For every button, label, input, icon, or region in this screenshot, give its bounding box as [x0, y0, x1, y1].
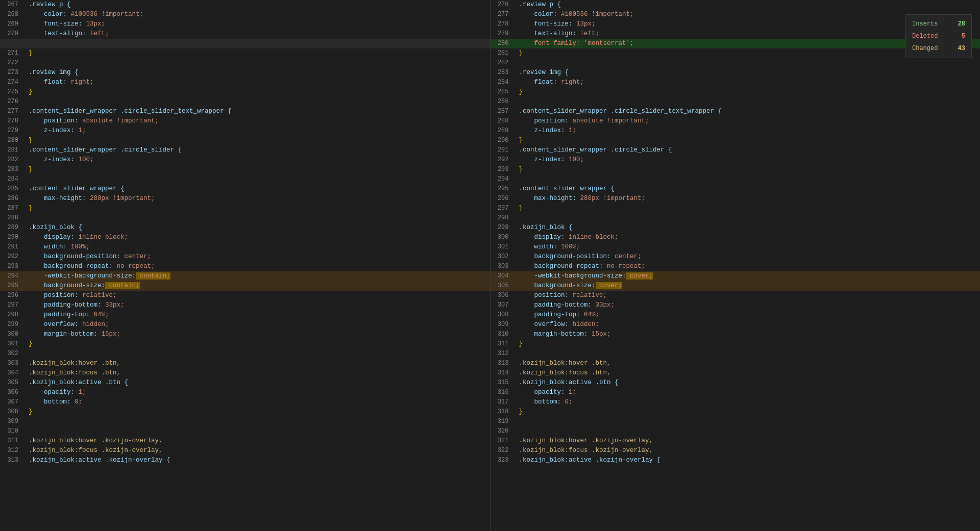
table-row: 297}	[491, 204, 981, 213]
table-row: 297 padding-bottom: 33px;	[0, 300, 490, 310]
line-content: color: #100536 !important;	[24, 10, 490, 19]
line-content: }	[24, 407, 490, 417]
line-content	[515, 349, 981, 359]
line-number: 310	[491, 330, 515, 339]
line-content: .kozijn_blok:hover .btn,	[24, 359, 490, 368]
line-content: z-index: 1;	[24, 126, 490, 136]
line-content: .kozijn_blok:focus .btn,	[24, 368, 490, 378]
line-number: 285	[491, 87, 515, 97]
line-number: 305	[0, 378, 24, 388]
table-row: 300 margin-bottom: 15px;	[0, 330, 490, 339]
line-number: 299	[491, 223, 515, 233]
table-row	[0, 39, 490, 48]
table-row: 305.kozijn_blok:active .btn {	[0, 378, 490, 388]
table-row: 314.kozijn_blok:focus .btn,	[491, 368, 981, 378]
table-row: 300 display: inline-block;	[491, 233, 981, 242]
line-number: 295	[0, 281, 24, 291]
table-row: 276.review p {	[491, 0, 981, 10]
line-number: 292	[491, 155, 515, 165]
line-content: .kozijn_blok:active .kozijn-overlay {	[24, 456, 490, 465]
line-content: .content_slider_wrapper .circle_slider {	[515, 145, 981, 155]
table-row: 290}	[491, 136, 981, 145]
line-number: 289	[491, 126, 515, 136]
table-row: 309 overflow: hidden;	[491, 320, 981, 330]
table-row: 286 max-height: 280px !important;	[0, 194, 490, 204]
line-number: 285	[0, 184, 24, 194]
table-row: 289.kozijn_blok {	[0, 223, 490, 233]
line-content: background-size: contain;	[24, 281, 490, 291]
line-number: 281	[491, 48, 515, 58]
changed-count: 43	[958, 45, 965, 52]
line-content: }	[515, 339, 981, 349]
right-pane: 276.review p {277 color: #100536 !import…	[491, 0, 981, 531]
table-row: 268 color: #100536 !important;	[0, 10, 490, 19]
line-content: display: inline-block;	[24, 233, 490, 242]
line-number: 292	[0, 252, 24, 262]
line-content: .kozijn_blok {	[24, 223, 490, 233]
line-content	[24, 174, 490, 184]
line-number: 294	[0, 271, 24, 281]
line-content: background-position: center;	[24, 252, 490, 262]
table-row: 293 background-repeat: no-repeat;	[0, 262, 490, 271]
line-number: 307	[0, 397, 24, 407]
line-content: opacity: 1;	[515, 388, 981, 397]
line-content: bottom: 0;	[24, 397, 490, 407]
line-content: .kozijn_blok:active .btn {	[515, 378, 981, 388]
line-number: 321	[491, 436, 515, 446]
line-number: 280	[491, 39, 515, 48]
line-number: 291	[0, 242, 24, 252]
line-content: background-repeat: no-repeat;	[24, 262, 490, 271]
line-content: .kozijn_blok:active .kozijn-overlay {	[515, 456, 981, 465]
table-row: 295 background-size: contain;	[0, 281, 490, 291]
line-content	[24, 417, 490, 426]
line-number: 302	[0, 349, 24, 359]
table-row: 318}	[491, 407, 981, 417]
line-number: 302	[491, 252, 515, 262]
line-content: max-height: 280px !important;	[515, 194, 981, 204]
line-number: 288	[491, 116, 515, 126]
line-content: margin-bottom: 15px;	[515, 330, 981, 339]
line-content: .content_slider_wrapper .circle_slider {	[24, 145, 490, 155]
line-content	[515, 417, 981, 426]
line-number: 293	[0, 262, 24, 271]
table-row: 267.review p {	[0, 0, 490, 10]
line-number: 312	[0, 446, 24, 456]
table-row: 313.kozijn_blok:active .kozijn-overlay {	[0, 456, 490, 465]
line-number: 297	[491, 204, 515, 213]
inserted-count: 28	[958, 20, 965, 28]
table-row: 285}	[491, 87, 981, 97]
left-pane: 267.review p {268 color: #100536 !import…	[0, 0, 491, 531]
table-row: 307 padding-bottom: 33px;	[491, 300, 981, 310]
line-content: .kozijn_blok:hover .kozijn-overlay,	[515, 436, 981, 446]
line-content: z-index: 100;	[24, 155, 490, 165]
line-content: float: right;	[515, 78, 981, 87]
line-number: 286	[0, 194, 24, 204]
line-content: .review p {	[24, 0, 490, 10]
summary-changed-row: Changed 43	[912, 42, 965, 55]
line-number: 307	[491, 300, 515, 310]
line-content: }	[515, 407, 981, 417]
line-number: 308	[491, 310, 515, 320]
line-content: }	[24, 136, 490, 145]
line-number: 323	[491, 456, 515, 465]
table-row: 316 opacity: 1;	[491, 388, 981, 397]
line-number: 318	[491, 407, 515, 417]
table-row: 317 bottom: 0;	[491, 397, 981, 407]
table-row: 287.content_slider_wrapper .circle_slide…	[491, 107, 981, 116]
table-row: 298 padding-top: 64%;	[0, 310, 490, 320]
line-content: padding-top: 64%;	[515, 310, 981, 320]
line-number: 277	[491, 10, 515, 19]
table-row: 295.content_slider_wrapper {	[491, 184, 981, 194]
line-number	[0, 39, 24, 48]
line-number: 306	[491, 291, 515, 300]
line-content: }	[24, 165, 490, 174]
line-number: 294	[491, 174, 515, 184]
line-number: 297	[0, 300, 24, 310]
line-number: 304	[0, 368, 24, 378]
line-number: 283	[491, 68, 515, 78]
table-row: 322.kozijn_blok:focus .kozijn-overlay,	[491, 446, 981, 456]
line-number: 313	[0, 456, 24, 465]
table-row: 294 -webkit-background-size: contain;	[0, 271, 490, 281]
table-row: 289 z-index: 1;	[491, 126, 981, 136]
table-row: 315.kozijn_blok:active .btn {	[491, 378, 981, 388]
